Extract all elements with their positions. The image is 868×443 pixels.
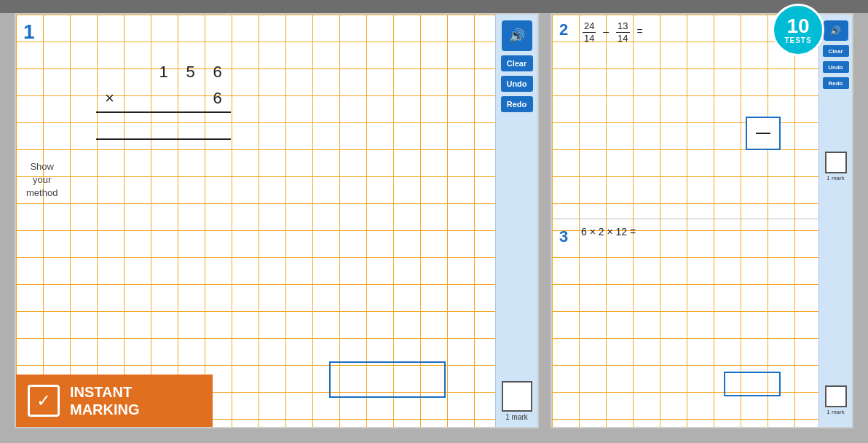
table-row [96, 112, 231, 139]
q2-q3-divider [552, 219, 818, 219]
cell [177, 85, 204, 112]
grid-area-right: 2 24 14 – 13 14 [552, 15, 818, 427]
answer-box-q3[interactable] [724, 372, 781, 396]
grid-area-left: 1 Show your method 1 5 6 × [16, 15, 495, 427]
clear-button-q1[interactable]: Clear [501, 55, 533, 71]
cell [177, 139, 204, 166]
redo-button-q1[interactable]: Redo [501, 96, 533, 112]
cell [150, 139, 177, 166]
mark-area-q3: 1 mark [825, 385, 847, 415]
cell [96, 139, 123, 166]
dash-in-answer [756, 133, 770, 134]
cell [204, 112, 231, 139]
mark-area-q1: 1 mark [502, 381, 532, 421]
cell [177, 112, 204, 139]
q2-expression: 24 14 – 13 14 = [581, 20, 643, 44]
cell: 6 [204, 58, 231, 85]
tests-badge[interactable]: 10 TESTS [772, 4, 824, 56]
cell [204, 139, 231, 166]
cell [123, 112, 150, 139]
sidebar-left: 🔊 Clear Undo Redo 1 mark [495, 15, 537, 427]
question2-3-panel: 2 24 14 – 13 14 [551, 13, 853, 428]
instant-line2: MARKING [70, 401, 140, 418]
frac2-num: 13 [616, 20, 629, 33]
cell [96, 112, 123, 139]
answer-box-q2[interactable] [746, 117, 781, 150]
cell [123, 58, 150, 85]
audio-button-q2[interactable]: 🔊 [824, 20, 848, 41]
q2-operator: – [603, 26, 609, 37]
main-container: 1 Show your method 1 5 6 × [15, 13, 853, 428]
cell: 1 [150, 58, 177, 85]
redo-button-q2[interactable]: Redo [823, 77, 849, 89]
cell [96, 58, 123, 85]
q1-number: 1 [23, 20, 35, 44]
right-panel-inner: 2 24 14 – 13 14 [552, 15, 852, 427]
tests-number: 10 [786, 16, 809, 36]
audio-button-q1[interactable]: 🔊 [502, 20, 532, 51]
frac2-den: 14 [616, 33, 629, 44]
audio-icon-q2: 🔊 [830, 26, 841, 36]
q2-number: 2 [559, 20, 568, 39]
multiplication-table: 1 5 6 × 6 [96, 58, 231, 166]
cell [150, 112, 177, 139]
mark-box-q1 [502, 381, 532, 412]
instant-marking-banner: ✓ INSTANT MARKING [16, 375, 213, 427]
instant-line1: INSTANT [70, 383, 140, 401]
cell: 5 [177, 58, 204, 85]
mark-label-q1: 1 mark [505, 413, 528, 421]
instant-marking-text: INSTANT MARKING [70, 383, 140, 418]
mark-label-q3: 1 mark [826, 409, 844, 415]
q2-equals: = [636, 26, 642, 37]
cell [123, 85, 150, 112]
sidebar-right: 🔊 Clear Undo Redo 1 mark 1 mark [818, 15, 852, 427]
audio-icon-q1: 🔊 [509, 28, 525, 44]
table-row: × 6 [96, 85, 231, 112]
mark-box-q2 [825, 152, 847, 173]
q3-expr-text: 6 × 2 × 12 = [581, 226, 636, 238]
cell [123, 139, 150, 166]
tests-label: TESTS [784, 36, 811, 44]
undo-button-q1[interactable]: Undo [501, 76, 533, 92]
mark-area-q2: 1 mark [825, 152, 847, 181]
grid-bg-right [552, 15, 818, 427]
q2-frac1: 24 14 [581, 26, 600, 37]
cell [150, 85, 177, 112]
fraction2: 13 14 [616, 20, 629, 44]
panel-left-inner: 1 Show your method 1 5 6 × [16, 15, 537, 427]
frac1-num: 24 [583, 20, 596, 33]
cell: × [96, 85, 123, 112]
show-method-text: Show your method [26, 160, 58, 200]
table-row [96, 139, 231, 166]
q3-number: 3 [559, 227, 568, 246]
top-bar [0, 0, 868, 13]
q3-expression: 6 × 2 × 12 = [581, 226, 636, 238]
answer-box-q1[interactable] [329, 361, 446, 398]
frac1-den: 14 [583, 33, 596, 44]
math-content-q1: 1 5 6 × 6 [96, 58, 231, 166]
fraction1: 24 14 [583, 20, 596, 44]
cell: 6 [204, 85, 231, 112]
mark-box-q3 [825, 385, 847, 407]
clear-button-q2[interactable]: Clear [823, 45, 849, 57]
mark-label-q2: 1 mark [826, 175, 844, 181]
question1-panel: 1 Show your method 1 5 6 × [15, 13, 539, 428]
table-row: 1 5 6 [96, 58, 231, 85]
check-icon: ✓ [28, 385, 60, 417]
undo-button-q2[interactable]: Undo [823, 61, 849, 73]
q2-frac2: 13 14 [615, 26, 634, 37]
